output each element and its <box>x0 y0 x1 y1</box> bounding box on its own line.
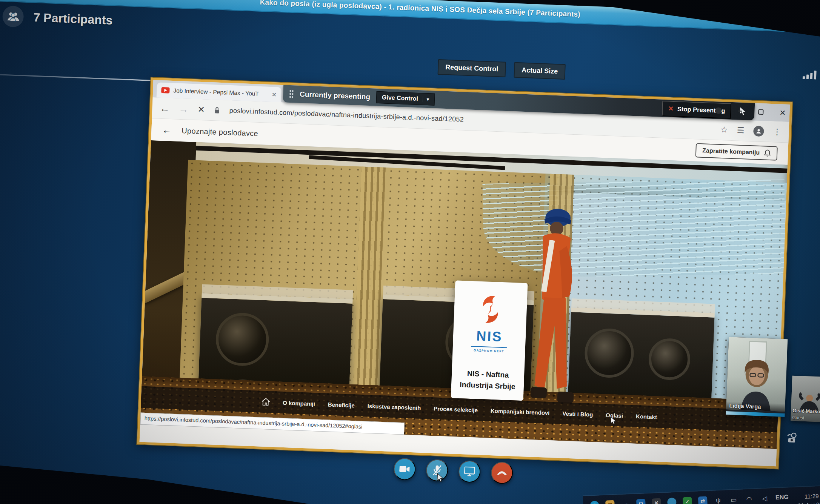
camera-icon <box>399 466 410 473</box>
page-back-label[interactable]: Upoznajte poslodavce <box>182 126 258 138</box>
nav-vesti-blog[interactable]: Vesti i Blog <box>562 410 593 418</box>
screen-reflection <box>0 73 152 81</box>
url-bar[interactable]: poslovi.infostud.com/poslodavac/naftna-i… <box>229 107 464 124</box>
language-indicator[interactable]: ENG <box>775 493 789 501</box>
request-control-button[interactable]: Request Control <box>438 59 506 77</box>
camera-button[interactable] <box>393 458 416 480</box>
currently-presenting-label: Currently presenting <box>300 90 371 101</box>
participant-name: Gisić Marko <box>792 408 820 415</box>
bookmark-star-icon[interactable]: ☆ <box>720 124 728 135</box>
hangup-icon <box>496 470 508 476</box>
browser-update-icon[interactable] <box>715 107 722 114</box>
give-control-label: Give Control <box>382 94 418 102</box>
window-tray-icon[interactable]: ▭ <box>729 495 738 504</box>
follow-company-label: Zapratite kompaniju <box>702 147 760 156</box>
nav-beneficije[interactable]: Beneficije <box>328 401 355 409</box>
gazprom-neft-label: GAZPROM NEFT <box>474 349 504 353</box>
clock-time: 11:29 AM <box>797 491 820 501</box>
reading-list-icon[interactable]: ☰ <box>737 125 745 135</box>
chevron-down-icon[interactable]: ▾ <box>423 97 429 102</box>
follow-company-button[interactable]: Zapratite kompaniju <box>695 143 778 160</box>
nis-wordmark: NIS <box>476 328 503 345</box>
mail-tray-icon[interactable]: ✉ <box>605 500 615 504</box>
call-controls <box>393 458 513 484</box>
nav-brendovi[interactable]: Kompanijski brendovi <box>491 407 550 416</box>
nav-oglasi[interactable]: Oglasi <box>606 412 623 419</box>
mute-button[interactable] <box>426 459 448 482</box>
hangup-button[interactable] <box>491 461 513 484</box>
actual-size-button[interactable]: Actual Size <box>514 62 566 80</box>
nav-iskustva[interactable]: Iskustva zaposlenih <box>367 403 421 411</box>
participants-icon[interactable] <box>2 6 24 28</box>
wifi-tray-icon[interactable]: ◠ <box>745 494 754 504</box>
screen-share-icon <box>464 466 475 476</box>
monitor-screen: Kako do posla (iz ugla poslodavca) - 1. … <box>0 0 820 504</box>
shared-browser-window: Job Interview - Pepsi Max - YouT ✕ Curre… <box>137 78 792 469</box>
page-back-icon[interactable]: ← <box>162 125 172 135</box>
nav-proces-selekcije[interactable]: Proces selekcije <box>434 405 478 413</box>
volume-tray-icon[interactable]: ◁ <box>760 494 769 503</box>
screen-capture-indicator-icon <box>785 432 798 445</box>
nav-o-kompaniji[interactable]: O kompaniji <box>283 399 315 407</box>
share-screen-button[interactable] <box>458 460 481 483</box>
company-name: NIS - Naftna Industrija Srbije <box>460 367 516 392</box>
video-feed <box>726 337 788 412</box>
home-icon[interactable] <box>262 398 270 406</box>
drag-grip-icon[interactable] <box>289 89 294 98</box>
teamviewer-tray-icon[interactable]: ⇄ <box>698 496 708 504</box>
youtube-favicon <box>161 87 170 94</box>
video-thumbnail-gisic[interactable]: Gisić Marko Guest <box>791 376 820 423</box>
bell-icon <box>764 149 771 157</box>
windows-taskbar: S ✉ ☁ O ✕ ✓ ⇄ ψ ▭ ◠ ◁ ENG 11:29 AM 01.Ap… <box>583 484 820 504</box>
stop-x-icon: ✕ <box>668 104 674 113</box>
people-icon <box>6 11 20 22</box>
company-hero-image: NIS GAZPROM NEFT NIS - Naftna Industrija… <box>140 140 788 449</box>
skype-tray-icon[interactable]: S <box>590 501 599 504</box>
nis-divider <box>471 346 507 348</box>
antivirus-tray-icon[interactable]: ✓ <box>683 497 692 504</box>
app-tray-icon[interactable]: ✕ <box>652 498 661 504</box>
window-close-icon[interactable]: ✕ <box>779 108 786 118</box>
lock-icon <box>214 106 220 114</box>
outlook-tray-icon[interactable]: O <box>636 499 646 504</box>
participants-header: 7 Participants <box>2 6 113 31</box>
profile-avatar[interactable] <box>753 126 764 137</box>
microphone-tray-icon[interactable]: ψ <box>714 496 723 504</box>
give-control-button[interactable]: Give Control ▾ <box>376 91 435 106</box>
onedrive-tray-icon[interactable]: ☁ <box>621 499 630 504</box>
browser-menu-icon[interactable]: ⋮ <box>773 127 782 137</box>
back-icon[interactable]: ← <box>160 103 170 113</box>
forward-icon[interactable]: → <box>178 104 189 114</box>
nis-logo-icon <box>474 292 507 326</box>
stop-loading-icon[interactable]: ✕ <box>197 104 205 115</box>
hand-cursor-icon <box>610 416 617 426</box>
meeting-title: Kako do posla (iz ugla poslodavca) - 1. … <box>260 0 580 18</box>
company-card: NIS GAZPROM NEFT NIS - Naftna Industrija… <box>451 280 528 401</box>
tab-title: Job Interview - Pepsi Max - YouT <box>173 87 268 98</box>
participants-count: 7 Participants <box>33 10 113 27</box>
nav-kontakt[interactable]: Kontakt <box>636 413 657 420</box>
window-restore-icon[interactable] <box>758 109 764 115</box>
tab-close-icon[interactable]: ✕ <box>271 91 277 98</box>
video-thumbnail-lidija[interactable]: Lidija Varga <box>726 337 788 417</box>
mouse-cursor-icon <box>436 473 444 484</box>
taskbar-clock[interactable]: 11:29 AM 01.Apr.2021 <box>797 491 820 504</box>
window-minimize-icon[interactable]: − <box>737 106 743 116</box>
app-blue-tray-icon[interactable] <box>667 498 677 504</box>
signal-strength-icon <box>803 70 817 79</box>
participant-role: Guest <box>792 415 805 421</box>
